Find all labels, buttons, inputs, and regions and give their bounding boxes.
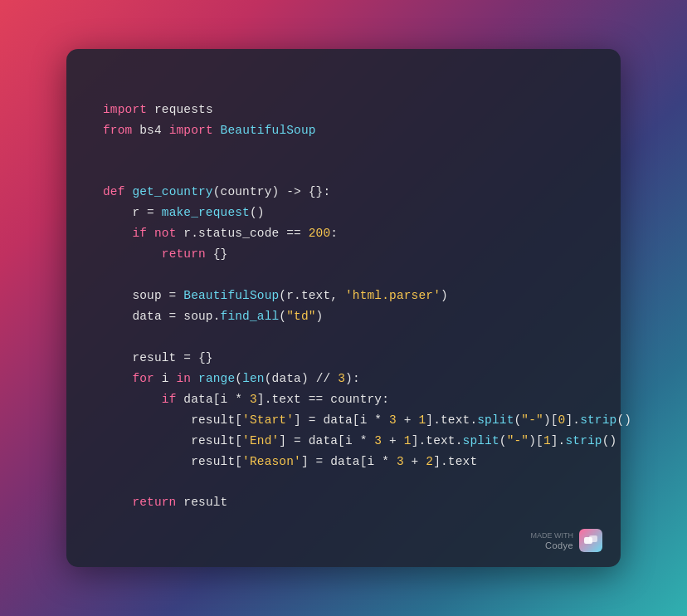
watermark-logo (579, 529, 602, 552)
watermark-made: MADE WITH (531, 531, 574, 540)
watermark: MADE WITH Codye (531, 529, 603, 552)
watermark-brand: Codye (531, 540, 574, 550)
line-1: import requests from bs4 import Beautifu… (103, 103, 631, 510)
code-block: import requests from bs4 import Beautifu… (103, 79, 584, 535)
svg-rect-1 (589, 535, 597, 542)
code-window: import requests from bs4 import Beautifu… (66, 49, 621, 568)
